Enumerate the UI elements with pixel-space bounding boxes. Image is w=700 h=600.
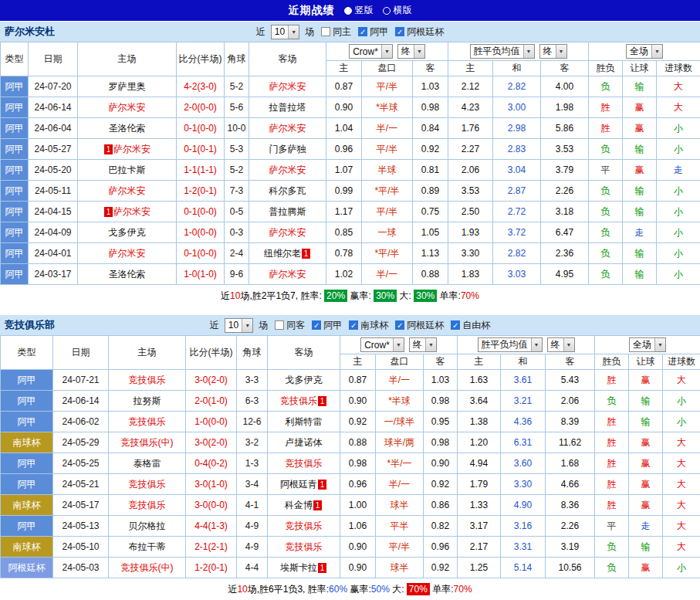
away-team: 拉普拉塔 (249, 97, 326, 118)
layout-radio-option[interactable]: 竖版 (344, 4, 374, 17)
corner-score: 5-6 (225, 97, 249, 118)
combo-value: 10 (275, 26, 285, 37)
home-team: 竞技俱乐 (109, 370, 186, 391)
table-row: 阿甲24-07-21竞技俱乐3-0(2-0)3-3戈多伊克0.87半/一1.03… (1, 370, 700, 391)
odds-source-select[interactable]: Crow*▼ (360, 337, 404, 352)
match-date: 24-06-04 (29, 118, 78, 139)
league-filter-checkbox[interactable]: 同主 (321, 25, 351, 39)
europe-draw-odds: 3.72 (493, 222, 541, 243)
home-team: 布拉干蒂 (109, 537, 186, 558)
europe-avg-select[interactable]: 胜平负均值▼ (478, 337, 543, 352)
away-team: 阿根廷青1 (268, 474, 340, 495)
league-filter-checkbox[interactable]: ✓阿根廷杯 (395, 319, 444, 332)
handicap-outcome: 赢 (623, 160, 657, 181)
team-name: 圣洛伦索 (109, 123, 146, 134)
team-name: 戈多伊克 (109, 227, 146, 238)
score: 3-0(2-0) (186, 370, 237, 391)
match-count-select[interactable]: 10▼ (225, 318, 253, 333)
asia-handicap: *半球 (376, 391, 424, 412)
odds-time-select[interactable]: 终▼ (409, 337, 437, 352)
team-name: 萨尔米安 (269, 227, 306, 238)
corner-score: 9-6 (225, 264, 249, 285)
column-header: 客 (413, 61, 448, 76)
asia-away-odds: 0.84 (413, 118, 448, 139)
corner-score: 3-3 (237, 370, 268, 391)
goals-outcome: 大 (663, 537, 700, 558)
column-header: 类型 (1, 42, 29, 76)
europe-away-odds: 2.36 (541, 243, 589, 264)
asia-away-odds: 0.82 (424, 516, 458, 537)
europe-away-odds: 3.53 (541, 139, 589, 160)
combo-value: 终 (401, 45, 411, 58)
europe-away-odds: 10.56 (546, 558, 595, 578)
europe-avg-select[interactable]: 胜平负均值▼ (470, 44, 535, 59)
away-team: 门多萨独 (249, 139, 326, 160)
match-count-select[interactable]: 10▼ (271, 25, 299, 39)
team-name: 布拉干蒂 (129, 541, 166, 552)
page-title: 近期战绩 (289, 4, 335, 18)
home-team: 竞技俱乐 (109, 495, 186, 516)
result-group-header: 全场▼ (595, 336, 700, 354)
summary-segment: 近 (228, 584, 237, 595)
asia-away-odds: 0.95 (424, 412, 458, 432)
away-team: 萨尔米安 (249, 264, 326, 285)
handicap-outcome: 赢 (629, 370, 663, 391)
europe-away-odds: 3.19 (546, 537, 595, 558)
scope-select[interactable]: 全场▼ (626, 44, 663, 59)
asia-away-odds: 1.13 (413, 243, 448, 264)
home-team: 罗萨里奥 (78, 76, 177, 97)
league-badge: 阿甲 (1, 222, 29, 243)
odds-source-select[interactable]: Crow*▼ (349, 44, 393, 59)
league-filter-checkbox[interactable]: ✓南球杯 (349, 319, 388, 332)
handicap-outcome: 输 (623, 264, 657, 285)
checkbox-checked-icon: ✓ (451, 320, 460, 330)
match-date: 24-06-14 (53, 391, 109, 412)
team-name: 戈多伊克 (286, 375, 323, 385)
radio-label: 竖版 (355, 4, 374, 17)
checkbox-checked-icon: ✓ (358, 27, 367, 36)
table-row: 阿甲24-05-25泰格雷0-4(0-2)1-3竞技俱乐0.98*半/一0.90… (1, 453, 700, 474)
score: 0-1(0-0) (177, 202, 225, 222)
europe-away-odds: 2.26 (546, 516, 595, 537)
corner-score: 6-3 (237, 391, 268, 412)
asia-handicap: 平半 (376, 516, 424, 537)
column-header: 主 (458, 354, 501, 370)
asia-handicap: *半/一 (376, 453, 424, 474)
goals-outcome: 小 (657, 202, 700, 222)
column-header: 主 (340, 354, 376, 370)
red-card-badge: 1 (302, 249, 310, 259)
summary-segment: 场,胜2平1负7, 胜率: (240, 290, 324, 301)
europe-away-odds: 1.68 (546, 453, 595, 474)
europe-time-select[interactable]: 终▼ (547, 337, 575, 352)
league-filter-checkbox[interactable]: ✓自由杯 (451, 319, 490, 332)
odds-time-select[interactable]: 终▼ (397, 44, 425, 59)
europe-home-odds: 2.12 (448, 76, 493, 97)
europe-home-odds: 3.53 (448, 181, 493, 202)
team-name: 萨尔米安 (269, 123, 306, 134)
column-header: 进球数 (663, 354, 700, 370)
team-name: 萨尔米安 (109, 248, 146, 259)
away-team: 埃斯卡拉1 (268, 558, 340, 578)
asia-home-odds: 0.78 (326, 243, 362, 264)
scope-select[interactable]: 全场▼ (629, 337, 666, 352)
summary-segment: 30% (414, 290, 437, 302)
league-filter-checkbox[interactable]: 同客 (275, 319, 305, 332)
result-outcome: 负 (589, 243, 623, 264)
home-team: 拉努斯 (109, 391, 186, 412)
red-card-badge: 1 (104, 144, 113, 154)
europe-away-odds: 2.26 (541, 181, 589, 202)
asia-away-odds: 0.81 (413, 160, 448, 181)
combo-value: Crow* (364, 340, 390, 351)
result-outcome: 负 (589, 181, 623, 202)
league-filter-checkbox[interactable]: ✓阿甲 (312, 319, 342, 332)
league-filter-checkbox[interactable]: ✓阿甲 (358, 25, 388, 39)
column-header: 比分(半场) (177, 42, 225, 76)
europe-home-odds: 1.38 (458, 412, 501, 432)
asia-away-odds: 0.88 (413, 264, 448, 285)
layout-radio-option[interactable]: 横版 (383, 4, 412, 17)
europe-time-select[interactable]: 终▼ (539, 44, 567, 59)
league-filter-checkbox[interactable]: ✓阿根廷杯 (395, 25, 444, 39)
match-date: 24-04-09 (29, 222, 78, 243)
score: 1-0(0-0) (186, 412, 237, 432)
games-label: 场 (259, 319, 268, 332)
